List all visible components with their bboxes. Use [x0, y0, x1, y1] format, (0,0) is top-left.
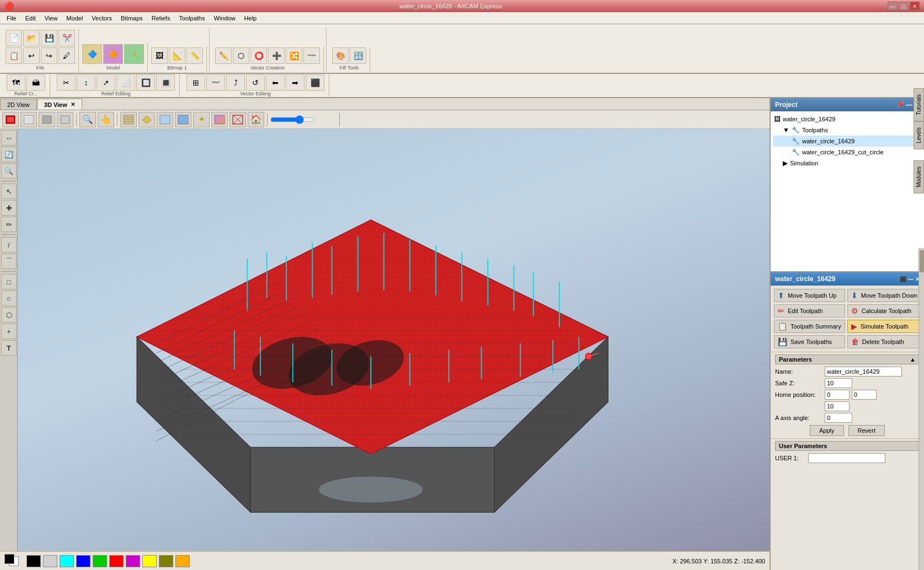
- param-home-z-input[interactable]: [825, 401, 850, 411]
- view-shade-1[interactable]: [120, 112, 137, 127]
- tool-arc[interactable]: ⌒: [1, 254, 17, 269]
- user-param-1-input[interactable]: [808, 453, 885, 463]
- toolbar-model-1[interactable]: 🔷: [82, 44, 102, 64]
- re-btn-6[interactable]: 🔳: [156, 74, 175, 91]
- ve-btn-5[interactable]: ⬅: [266, 74, 285, 91]
- re-btn-3[interactable]: ↗: [97, 74, 115, 91]
- btn-edit-toolpath[interactable]: ✏ Edit Toolpath: [774, 304, 845, 318]
- tool-polygon[interactable]: ⬡: [1, 307, 17, 322]
- project-pin-btn[interactable]: 📌: [896, 101, 904, 109]
- tool-plus[interactable]: +: [1, 324, 17, 339]
- menu-view[interactable]: View: [40, 14, 62, 23]
- side-tab-tutorials[interactable]: Tutorials: [914, 98, 924, 121]
- ve-btn-3[interactable]: ⤴: [226, 74, 245, 91]
- toolbar-draw[interactable]: 🖊: [58, 47, 75, 64]
- tool-draw[interactable]: ✏: [1, 217, 17, 232]
- tree-tp-2[interactable]: 🔧 water_circle_16429_cut_circle: [773, 147, 922, 158]
- tool-move[interactable]: ✚: [1, 200, 17, 216]
- tree-toolpaths[interactable]: ▼ 🔧 Toolpaths: [773, 125, 922, 136]
- menu-reliefs[interactable]: Reliefs: [147, 14, 175, 23]
- apply-button[interactable]: Apply: [810, 425, 844, 436]
- swatch-white[interactable]: [43, 555, 57, 567]
- minimize-button[interactable]: —: [888, 2, 898, 10]
- maximize-button[interactable]: □: [899, 2, 909, 10]
- ve-btn-4[interactable]: ↺: [246, 74, 265, 91]
- swatch-black[interactable]: [26, 555, 41, 567]
- btn-move-up[interactable]: ⬆ Move Toolpath Up: [774, 289, 845, 302]
- btn-simulate[interactable]: ▶ Simulate Toolpath: [847, 320, 922, 333]
- tool-line[interactable]: /: [1, 237, 17, 252]
- toolbar-vec-5[interactable]: 🔀: [286, 47, 302, 64]
- toolbar-vec-6[interactable]: 〰: [303, 47, 320, 64]
- tab-2d-view[interactable]: 2D View: [0, 99, 37, 110]
- toolbar-vec-3[interactable]: ⭕: [250, 47, 267, 64]
- toolbar-undo[interactable]: ↩: [23, 47, 40, 64]
- toolbar-save[interactable]: 💾: [41, 30, 57, 46]
- toolbar-fill-2[interactable]: 🔣: [350, 47, 366, 64]
- side-tab-modules[interactable]: Modules: [914, 160, 924, 193]
- param-home-y-input[interactable]: [852, 390, 877, 400]
- toolbar-bitmap-1[interactable]: 🖼: [151, 47, 168, 64]
- btn-move-down[interactable]: ⬇ Move Toolpath Down: [847, 289, 922, 302]
- toolbar-new[interactable]: 📄: [6, 30, 22, 46]
- tool-rect[interactable]: □: [1, 274, 17, 289]
- view-select[interactable]: 👆: [98, 112, 114, 127]
- swatch-cyan[interactable]: [60, 555, 74, 567]
- ve-btn-1[interactable]: ⊞: [186, 74, 205, 91]
- tool-text[interactable]: T: [1, 340, 17, 356]
- toolbar-paste[interactable]: 📋: [6, 47, 22, 64]
- param-safez-input[interactable]: [825, 378, 852, 388]
- ve-btn-6[interactable]: ➡: [286, 74, 305, 91]
- tab-3d-view[interactable]: 3D View ✕: [37, 99, 82, 110]
- swatch-blue[interactable]: [76, 555, 90, 567]
- toolbar-open[interactable]: 📂: [23, 30, 40, 46]
- background-color[interactable]: [4, 554, 14, 564]
- relief-create-1[interactable]: 🗺: [7, 74, 25, 91]
- toolbar-cut[interactable]: ✂️: [58, 30, 75, 46]
- view-gradient[interactable]: [211, 112, 228, 127]
- swatch-orange[interactable]: [175, 555, 190, 567]
- tab-close-icon[interactable]: ✕: [71, 101, 75, 107]
- viewport-3d[interactable]: [18, 129, 770, 551]
- view-side2[interactable]: [57, 112, 73, 127]
- btn-calculate[interactable]: ⚙ Calculate Toolpath: [847, 304, 922, 318]
- menu-toolpaths[interactable]: Toolpaths: [174, 14, 209, 23]
- toolbar-bitmap-2[interactable]: 📐: [169, 47, 185, 64]
- right-panel-scrollbar[interactable]: [918, 248, 924, 570]
- scrollbar-thumb[interactable]: [920, 250, 924, 272]
- tp-min-btn[interactable]: —: [908, 276, 914, 282]
- view-shade-3[interactable]: [157, 112, 173, 127]
- swatch-green[interactable]: [93, 555, 107, 567]
- zoom-slider[interactable]: [270, 115, 314, 124]
- tool-circle[interactable]: ○: [1, 291, 17, 306]
- menu-model[interactable]: Model: [62, 14, 87, 23]
- param-name-input[interactable]: [825, 367, 902, 377]
- revert-button[interactable]: Revert: [848, 425, 885, 436]
- param-home-x-input[interactable]: [825, 390, 850, 400]
- view-home[interactable]: 🏠: [248, 112, 264, 127]
- view-front[interactable]: [2, 112, 19, 127]
- tp-pin-btn[interactable]: ⬛: [900, 276, 906, 282]
- project-minimize-btn[interactable]: —: [906, 101, 912, 109]
- swatch-purple[interactable]: [126, 555, 140, 567]
- toolbar-vec-2[interactable]: ⬡: [233, 47, 249, 64]
- swatch-red[interactable]: [109, 555, 124, 567]
- tree-tp-1[interactable]: 🔧 water_circle_16429: [773, 136, 922, 147]
- re-btn-2[interactable]: ↕: [77, 74, 95, 91]
- tree-simulation[interactable]: ▶ Simulation: [773, 158, 922, 169]
- re-btn-5[interactable]: 🔲: [136, 74, 155, 91]
- menu-help[interactable]: Help: [240, 14, 261, 23]
- menu-vectors[interactable]: Vectors: [87, 14, 116, 23]
- toolbar-fill-1[interactable]: 🎨: [332, 47, 349, 64]
- toolbar-model-2[interactable]: 🔶: [103, 44, 123, 64]
- btn-delete-toolpath[interactable]: 🗑 Delete Toolpath: [847, 335, 922, 348]
- params-expand-icon[interactable]: ▲: [910, 356, 916, 363]
- menu-file[interactable]: File: [2, 14, 21, 23]
- view-wire[interactable]: [229, 112, 246, 127]
- param-aaxis-input[interactable]: [825, 413, 852, 423]
- swatch-yellow[interactable]: [142, 555, 157, 567]
- tool-zoom[interactable]: 🔍: [1, 163, 17, 179]
- menu-edit[interactable]: Edit: [21, 14, 40, 23]
- re-btn-1[interactable]: ✂: [57, 74, 76, 91]
- toolbar-redo[interactable]: ↪: [41, 47, 57, 64]
